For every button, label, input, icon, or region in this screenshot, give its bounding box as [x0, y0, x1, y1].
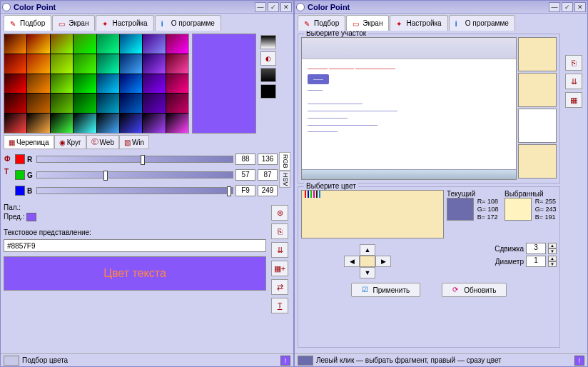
diameter-value[interactable]: 1 [526, 256, 546, 267]
app-icon [2, 3, 11, 11]
current-label: Текущий [447, 190, 499, 198]
text-icon[interactable]: Т [4, 168, 13, 176]
paste-icon[interactable]: ⇊ [271, 242, 288, 258]
mode-hsv[interactable]: HSV [279, 171, 290, 188]
tab-label: О программе [465, 19, 509, 27]
ptab-web[interactable]: ⒺWeb [86, 135, 119, 149]
tab-settings[interactable]: ✦Настройка [96, 15, 153, 31]
rgb-sliders: R 88 136 G 57 87 B F9 249 [15, 152, 278, 199]
mode-rgb[interactable]: RGB [279, 152, 290, 171]
pick-panel: ◐ ▦Черепица ◉Круг ⒺWeb ▧Win Ф Т R 88 [1, 31, 293, 353]
g-dec[interactable]: 87 [258, 169, 278, 181]
ptab-label: Win [132, 139, 144, 146]
selected-label: Выбранный [505, 190, 557, 198]
g-hex[interactable]: 57 [235, 169, 255, 181]
nav-up[interactable]: ▲ [360, 244, 375, 256]
wand-icon: ✎ [304, 20, 311, 27]
shift-up[interactable]: ▲ [548, 243, 557, 248]
tab-settings[interactable]: ✦Настройка [390, 15, 447, 31]
swap-icon[interactable]: ⇄ [271, 279, 288, 295]
tab-pick[interactable]: ✎Подбор [4, 15, 51, 31]
status-info-icon[interactable]: ! [574, 356, 584, 366]
swatch-icon[interactable] [260, 84, 276, 99]
color-grid[interactable] [4, 34, 189, 134]
monitor-icon: ▭ [353, 20, 360, 27]
refresh-label: Обновить [464, 286, 496, 294]
statusbar-left: Подбор цвета ! [1, 353, 293, 366]
apply-button[interactable]: ☑Применить [351, 283, 421, 297]
nav-center [360, 256, 375, 267]
textcolor-icon[interactable]: T [271, 298, 288, 313]
gradient-vert-icon[interactable] [260, 35, 276, 49]
tab-screen[interactable]: ▭Экран [52, 15, 95, 31]
window-title: Color Point [308, 3, 547, 11]
g-slider[interactable] [36, 171, 233, 179]
thumbnail[interactable] [518, 37, 557, 71]
tab-about[interactable]: iО программе [155, 15, 221, 31]
close-button[interactable]: ✕ [574, 2, 586, 12]
foreground-icon[interactable]: Ф [4, 155, 13, 164]
cur-g: G= 108 [477, 206, 499, 213]
status-swatch [298, 356, 313, 366]
thumbnail[interactable] [518, 144, 557, 179]
minimize-button[interactable]: — [255, 2, 266, 12]
toggle-button[interactable]: ✓ [268, 2, 279, 12]
toggle-button[interactable]: ✓ [562, 2, 573, 12]
close-button[interactable]: ✕ [280, 2, 292, 12]
preview-toolbar: ◐ [259, 34, 278, 134]
refresh-button[interactable]: ⟳Обновить [442, 283, 507, 297]
window-title: Color Point [14, 3, 253, 11]
invert-icon[interactable]: ◐ [260, 51, 276, 66]
nav-left[interactable]: ◀ [344, 256, 360, 267]
tab-label: Экран [69, 19, 88, 27]
ptab-circle[interactable]: ◉Круг [54, 135, 86, 149]
status-text: Левый клик — выбрать фрагмент, правый — … [316, 356, 572, 364]
shift-down[interactable]: ▼ [548, 248, 557, 254]
status-info-icon[interactable]: ! [280, 356, 290, 366]
gear-icon: ✦ [396, 20, 403, 27]
r-slider[interactable] [36, 156, 233, 163]
prev-label: Пред.: [4, 213, 24, 221]
thumbnail[interactable] [518, 73, 557, 107]
shift-value[interactable]: 3 [526, 243, 546, 254]
capture-icon[interactable]: ▦ [565, 92, 582, 108]
screenshot-preview[interactable]: ———— ————— ———————— —— ——— ——————————— —… [301, 37, 517, 180]
cur-b: B= 172 [477, 213, 499, 221]
ptab-label: Круг [67, 139, 81, 146]
wand-icon: ✎ [10, 20, 17, 27]
thumbnail[interactable] [518, 109, 557, 143]
tab-pick[interactable]: ✎Подбор [298, 15, 345, 31]
ptab-label: Черепица [16, 139, 49, 146]
b-swatch [15, 186, 25, 196]
thumbnail-list[interactable] [518, 37, 557, 180]
diam-up[interactable]: ▲ [548, 256, 557, 261]
check-icon: ☑ [362, 286, 370, 294]
r-dec[interactable]: 136 [258, 154, 278, 165]
gradient-dark-icon[interactable] [260, 68, 276, 82]
copy-icon[interactable]: ⎘ [565, 55, 582, 71]
eyedrop-icon[interactable]: ⊛ [271, 205, 288, 221]
add-icon[interactable]: ▦+ [271, 261, 288, 276]
ptab-win[interactable]: ▧Win [119, 135, 149, 149]
copy-icon[interactable]: ⎘ [271, 223, 288, 239]
paste-icon[interactable]: ⇊ [565, 74, 582, 89]
diam-down[interactable]: ▼ [548, 261, 557, 267]
b-slider[interactable] [36, 187, 233, 194]
minimize-button[interactable]: — [549, 2, 560, 12]
spectrum-area[interactable] [301, 190, 444, 238]
hex-input[interactable] [4, 239, 266, 252]
tab-screen[interactable]: ▭Экран [346, 15, 389, 31]
palette-label: Пал.: [4, 203, 266, 211]
status-swatch [4, 356, 19, 366]
tab-about[interactable]: iО программе [449, 15, 515, 31]
nav-right[interactable]: ▶ [375, 256, 391, 267]
r-hex[interactable]: 88 [235, 154, 255, 165]
select-color-group: Выберите цвет Текущий R= 108 G= [298, 186, 560, 348]
info-icon: i [161, 20, 168, 27]
r-swatch [15, 154, 25, 164]
b-dec[interactable]: 249 [258, 185, 278, 196]
tab-label: Подбор [314, 19, 339, 27]
nav-down[interactable]: ▼ [360, 267, 375, 278]
b-hex[interactable]: F9 [235, 185, 255, 196]
ptab-tile[interactable]: ▦Черепица [4, 135, 54, 149]
